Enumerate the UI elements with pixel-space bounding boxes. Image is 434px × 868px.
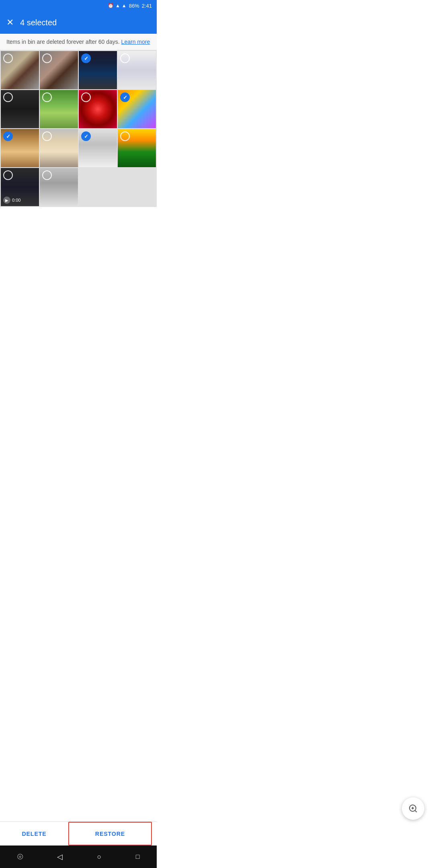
photo-cell-4[interactable] bbox=[1, 90, 39, 128]
time-text: 2:41 bbox=[142, 3, 152, 9]
info-text: Items in bin are deleted forever after 6… bbox=[6, 39, 120, 45]
close-button[interactable]: ✕ bbox=[6, 18, 14, 27]
select-circle-11[interactable] bbox=[120, 131, 130, 141]
photo-cell-1[interactable] bbox=[40, 51, 78, 89]
header: ✕ 4 selected bbox=[0, 11, 157, 34]
photo-cell-12[interactable]: ▶0:00 bbox=[1, 168, 39, 206]
photo-cell-11[interactable] bbox=[118, 129, 156, 167]
info-banner: Items in bin are deleted forever after 6… bbox=[0, 34, 157, 50]
select-circle-0[interactable] bbox=[3, 53, 13, 63]
signal-icon: ▲ bbox=[122, 3, 127, 8]
select-circle-9[interactable] bbox=[42, 131, 52, 141]
photo-cell-5[interactable] bbox=[40, 90, 78, 128]
select-circle-3[interactable] bbox=[120, 53, 130, 63]
select-circle-1[interactable] bbox=[42, 53, 52, 63]
photo-cell-0[interactable] bbox=[1, 51, 39, 89]
photo-cell-13[interactable] bbox=[40, 168, 78, 206]
select-circle-10[interactable] bbox=[81, 131, 91, 141]
select-circle-5[interactable] bbox=[42, 92, 52, 102]
status-bar: ⏰ ▲ ▲ 86% 2:41 bbox=[0, 0, 157, 11]
select-circle-12[interactable] bbox=[3, 170, 13, 180]
battery-text: 86% bbox=[129, 3, 139, 9]
select-circle-6[interactable] bbox=[81, 92, 91, 102]
play-icon: ▶ bbox=[3, 197, 10, 204]
select-circle-13[interactable] bbox=[42, 170, 52, 180]
selection-count: 4 selected bbox=[20, 18, 57, 27]
status-icons: ⏰ ▲ ▲ bbox=[108, 3, 127, 8]
photo-cell-2[interactable] bbox=[79, 51, 117, 89]
photo-cell-6[interactable] bbox=[79, 90, 117, 128]
learn-more-link[interactable]: Learn more bbox=[121, 39, 150, 45]
select-circle-2[interactable] bbox=[81, 53, 91, 63]
select-circle-8[interactable] bbox=[3, 131, 13, 141]
alarm-icon: ⏰ bbox=[108, 3, 114, 8]
photo-cell-8[interactable] bbox=[1, 129, 39, 167]
wifi-icon: ▲ bbox=[115, 3, 120, 8]
photo-cell-9[interactable] bbox=[40, 129, 78, 167]
photo-cell-3[interactable] bbox=[118, 51, 156, 89]
video-indicator-12: ▶0:00 bbox=[3, 197, 20, 204]
photo-cell-7[interactable] bbox=[118, 90, 156, 128]
photo-grid: ▶0:00 bbox=[0, 50, 157, 207]
photo-cell-10[interactable] bbox=[79, 129, 117, 167]
select-circle-7[interactable] bbox=[120, 92, 130, 102]
empty-area bbox=[0, 207, 157, 295]
select-circle-4[interactable] bbox=[3, 92, 13, 102]
video-duration: 0:00 bbox=[12, 198, 20, 203]
